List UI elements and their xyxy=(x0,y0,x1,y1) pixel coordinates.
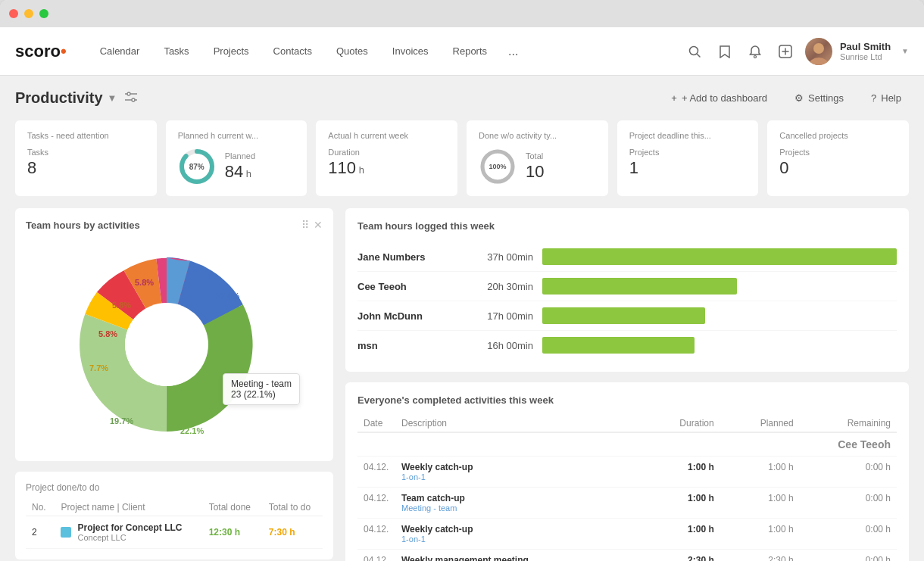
user-info: Paul Smith Sunrise Ltd xyxy=(840,41,891,61)
act-desc-1: Team catch-up xyxy=(401,493,632,503)
act-rem-2: 0:00 h xyxy=(800,519,897,550)
stat-tasks-label: Tasks xyxy=(27,148,48,157)
add-to-dashboard-button[interactable]: + + Add to dashboard xyxy=(663,88,775,108)
minimize-button[interactable] xyxy=(24,9,33,18)
pie-label-4: 7.7% xyxy=(89,363,108,372)
person-name-0: Jane Numbers xyxy=(357,251,456,263)
nav-contacts[interactable]: Contacts xyxy=(263,39,323,63)
donut-chart-main: 27.4% 22.1% 19.7% 7.7% 5.8% 5.8% 5.8% xyxy=(68,238,280,450)
hours-row-1: Cee Teeoh 20h 30min xyxy=(357,272,897,301)
nav-quotes[interactable]: Quotes xyxy=(326,39,379,63)
hours-row-0: Jane Numbers 37h 00min xyxy=(357,242,897,272)
svg-point-16 xyxy=(125,303,208,386)
bookmark-icon[interactable] xyxy=(714,41,735,62)
right-panel: Team hours logged this week Jane Numbers… xyxy=(345,208,909,561)
stat-planned-value: 84 xyxy=(225,162,243,181)
col-duration: Duration xyxy=(638,415,720,432)
bar-1 xyxy=(542,278,897,295)
help-button[interactable]: ? Help xyxy=(863,88,909,108)
nav-reports[interactable]: Reports xyxy=(442,39,498,63)
svg-point-0 xyxy=(689,46,698,55)
act-rem-3: 0:00 h xyxy=(800,550,897,562)
logo[interactable]: scoro• xyxy=(15,42,67,61)
nav-tasks[interactable]: Tasks xyxy=(153,39,199,63)
add-icon[interactable] xyxy=(775,41,796,62)
help-icon: ? xyxy=(871,92,876,104)
project-table-title: Project done/to do xyxy=(26,482,323,493)
stat-actual-value: 110 xyxy=(328,158,356,177)
project-client: Concept LLC xyxy=(77,533,182,542)
col-project: Project name | Client xyxy=(55,499,202,516)
activity-row-1: 04.12. Team catch-up Meeting - team 1:00… xyxy=(357,488,897,519)
close-button[interactable] xyxy=(9,9,18,18)
stat-deadline-title: Project deadline this... xyxy=(629,131,747,140)
close-icon[interactable]: ✕ xyxy=(314,219,323,231)
chevron-down-icon: ▼ xyxy=(901,47,909,55)
act-sub-1: Meeting - team xyxy=(401,503,632,513)
drag-icon[interactable]: ⠿ xyxy=(301,219,309,231)
col-date: Date xyxy=(357,415,395,432)
hours-row-2: John McDunn 17h 00min xyxy=(357,301,897,331)
svg-point-2 xyxy=(754,55,756,58)
col-no: No. xyxy=(26,499,55,516)
act-rem-1: 0:00 h xyxy=(800,488,897,519)
person-name-1: Cee Teeoh xyxy=(357,281,456,292)
project-table-card: Project done/to do No. Project name | Cl… xyxy=(15,472,333,559)
settings-button[interactable]: ⚙ Settings xyxy=(787,88,851,108)
nav-calendar[interactable]: Calendar xyxy=(89,39,151,63)
project-table: No. Project name | Client Total done Tot… xyxy=(26,499,323,549)
col-desc: Description xyxy=(395,415,638,432)
stat-done-label: Total xyxy=(526,151,544,161)
act-desc-3: Weekly management meeting xyxy=(401,555,632,561)
notification-icon[interactable] xyxy=(745,41,766,62)
hours-val-2: 17h 00min xyxy=(465,310,533,322)
pie-label-6: 5.8% xyxy=(112,301,131,310)
hours-logged-title: Team hours logged this week xyxy=(357,220,897,232)
logo-accent: • xyxy=(61,42,67,61)
search-icon[interactable] xyxy=(684,41,705,62)
act-date-1: 04.12. xyxy=(357,488,395,519)
done-circle-chart: 100% xyxy=(479,148,517,185)
act-plan-0: 1:00 h xyxy=(720,457,800,488)
planned-percent: 87% xyxy=(189,163,204,171)
stat-actual: Actual h current week Duration 110 h xyxy=(316,120,457,196)
maximize-button[interactable] xyxy=(39,9,48,18)
stat-planned-label: Planned xyxy=(225,151,255,161)
filter-settings-icon[interactable] xyxy=(124,91,138,105)
activities-title: Everyone's completed activities this wee… xyxy=(357,394,897,406)
pie-chart-card: Team hours by activities ⠿ ✕ xyxy=(15,208,333,461)
hours-row-3: msn 16h 00min xyxy=(357,331,897,360)
nav-invoices[interactable]: Invoices xyxy=(382,39,439,63)
hours-logged-card: Team hours logged this week Jane Numbers… xyxy=(345,208,909,372)
chart-card-header: Team hours by activities ⠿ ✕ xyxy=(26,219,323,231)
page-title: Productivity xyxy=(15,89,103,107)
filter-dropdown-icon[interactable]: ▼ xyxy=(108,92,117,104)
pie-label-3: 19.7% xyxy=(110,416,133,425)
stat-cancelled-title: Cancelled projects xyxy=(779,131,897,140)
user-menu[interactable]: Paul Smith Sunrise Ltd ▼ xyxy=(805,38,909,65)
act-dur-1: 1:00 h xyxy=(638,488,720,519)
project-todo: 7:30 h xyxy=(263,516,323,549)
stat-tasks-title: Tasks - need attention xyxy=(27,131,145,140)
nav-more[interactable]: ... xyxy=(501,39,526,64)
act-rem-0: 0:00 h xyxy=(800,457,897,488)
project-no: 2 xyxy=(26,516,55,549)
act-date-0: 04.12. xyxy=(357,457,395,488)
act-desc-2: Weekly catch-up xyxy=(401,524,632,535)
act-sub-0: 1-on-1 xyxy=(401,472,632,482)
act-plan-2: 1:00 h xyxy=(720,519,800,550)
hours-val-1: 20h 30min xyxy=(465,281,533,292)
stat-tasks: Tasks - need attention Tasks 8 xyxy=(15,120,157,196)
chart-actions: ⠿ ✕ xyxy=(301,219,323,231)
nav-items: Calendar Tasks Projects Contacts Quotes … xyxy=(89,39,684,64)
stat-cancelled-value: 0 xyxy=(779,158,810,178)
act-date-2: 04.12. xyxy=(357,519,395,550)
bar-0 xyxy=(542,248,897,265)
table-row: 2 Project for Concept LLC Concept LLC xyxy=(26,516,323,549)
stat-deadline-value: 1 xyxy=(629,158,660,178)
gear-icon: ⚙ xyxy=(794,92,804,104)
main-content: Productivity ▼ + + Add to dashboard ⚙ Se… xyxy=(0,76,924,561)
nav-projects[interactable]: Projects xyxy=(203,39,260,63)
pie-label-5: 5.8% xyxy=(98,329,117,338)
stat-deadline: Project deadline this... Projects 1 xyxy=(617,120,759,196)
